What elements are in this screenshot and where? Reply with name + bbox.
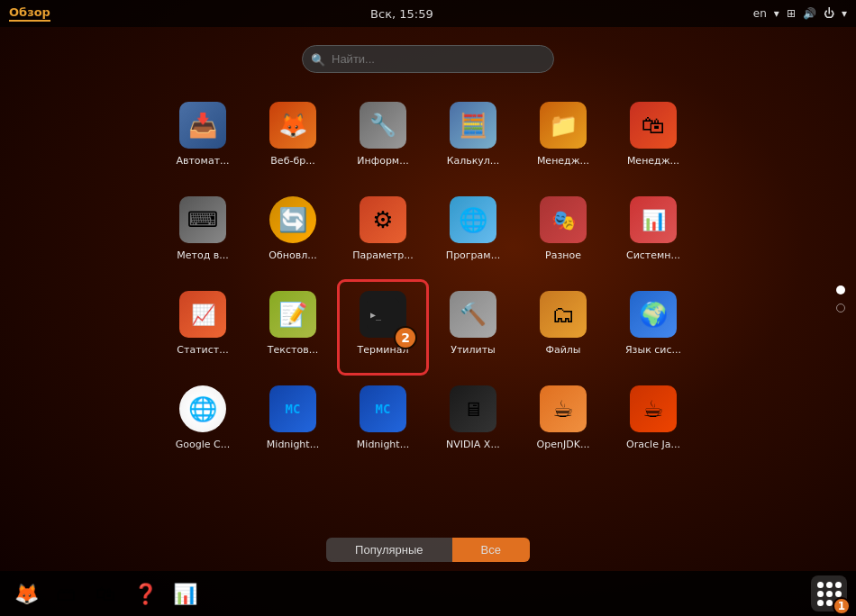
scroll-dot-active bbox=[836, 285, 845, 294]
apps-grid: 📥 Автомат... 🦊 Веб-бр... 🔧 Информ... 🧮 К… bbox=[158, 91, 698, 469]
network-icon[interactable]: ⊞ bbox=[787, 7, 796, 20]
app-icon-oracle: ☕ bbox=[628, 384, 678, 434]
apps-grid-button[interactable]: 1 bbox=[811, 575, 847, 611]
app-item-stat[interactable]: 📈 Статист... bbox=[158, 280, 248, 375]
app-label-misc: Разное bbox=[545, 249, 581, 261]
app-icon-automator: 📥 bbox=[178, 100, 228, 150]
main-area: 🔍 📥 Автомат... 🦊 Веб-бр... 🔧 Информ... 🧮… bbox=[0, 27, 856, 571]
app-label-params: Параметр... bbox=[352, 249, 414, 261]
app-label-program: Програм... bbox=[446, 249, 500, 261]
search-icon: 🔍 bbox=[311, 52, 325, 66]
dropdown-icon: ▾ bbox=[774, 7, 779, 20]
datetime: Вск, 15:59 bbox=[370, 7, 433, 21]
app-icon-text: 📝 bbox=[268, 289, 318, 340]
volume-icon[interactable]: 🔊 bbox=[803, 7, 816, 20]
app-item-automator[interactable]: 📥 Автомат... bbox=[158, 91, 248, 186]
app-item-method[interactable]: ⌨️ Метод в... bbox=[158, 186, 248, 280]
app-item-manager[interactable]: 📁 Менедж... bbox=[518, 91, 608, 186]
app-label-lang: Язык сис... bbox=[625, 344, 681, 356]
app-icon-files: 🗂 bbox=[538, 289, 588, 340]
app-icon-manager: 📁 bbox=[538, 100, 588, 150]
app-icon-program: 🌐 bbox=[448, 195, 498, 245]
power-icon[interactable]: ⏻ bbox=[824, 7, 834, 20]
app-label-update: Обновл... bbox=[269, 249, 316, 261]
taskbar: 🦊 🗃 🛍 ❓ 📊 1 bbox=[0, 571, 856, 616]
app-label-oracle: Oracle Ja... bbox=[626, 439, 680, 450]
taskbar-store[interactable]: 🛍 bbox=[88, 576, 123, 611]
app-icon-manager2: 🛍 bbox=[628, 100, 678, 150]
app-icon-utils: 🔨 bbox=[448, 289, 498, 340]
app-item-inform[interactable]: 🔧 Информ... bbox=[338, 91, 428, 186]
terminal-badge: 2 bbox=[394, 326, 417, 349]
app-item-program[interactable]: 🌐 Програм... bbox=[428, 186, 518, 280]
overview-label[interactable]: Обзор bbox=[9, 5, 50, 22]
app-item-update[interactable]: 🔄 Обновл... bbox=[248, 186, 338, 280]
tab-bar: Популярные Все bbox=[326, 538, 530, 562]
app-label-midnight1: Midnight... bbox=[267, 439, 319, 450]
taskbar-help[interactable]: ❓ bbox=[128, 576, 162, 611]
lang-indicator[interactable]: en bbox=[753, 7, 767, 20]
app-item-text[interactable]: 📝 Текстов... bbox=[248, 280, 338, 375]
app-icon-openjdk: ☕ bbox=[538, 384, 588, 434]
search-bar: 🔍 bbox=[302, 45, 554, 73]
tab-all[interactable]: Все bbox=[452, 538, 530, 562]
app-item-firefox[interactable]: 🦊 Веб-бр... bbox=[248, 91, 338, 186]
app-icon-lang: 🌍 bbox=[628, 289, 678, 340]
app-item-lang[interactable]: 🌍 Язык сис... bbox=[608, 280, 698, 375]
app-icon-method: ⌨️ bbox=[178, 195, 228, 245]
app-item-files[interactable]: 🗂 Файлы bbox=[518, 280, 608, 375]
app-label-openjdk: OpenJDK... bbox=[537, 439, 590, 450]
app-label-stat: Статист... bbox=[177, 344, 228, 356]
app-label-utils: Утилиты bbox=[451, 344, 496, 356]
app-icon-system: 📊 bbox=[628, 195, 678, 245]
topbar: Обзор Вск, 15:59 en ▾ ⊞ 🔊 ⏻ ▾ bbox=[0, 0, 856, 27]
app-label-nvidia: NVIDIA X... bbox=[446, 439, 500, 450]
app-item-midnight1[interactable]: MC Midnight... bbox=[248, 375, 338, 469]
app-icon-chrome: 🌐 bbox=[178, 384, 228, 434]
app-item-system[interactable]: 📊 Системн... bbox=[608, 186, 698, 280]
app-icon-midnight1: MC bbox=[268, 384, 318, 434]
app-item-terminal[interactable]: ▶_ Терминал 2 bbox=[338, 280, 428, 375]
app-label-firefox: Веб-бр... bbox=[270, 155, 314, 167]
app-item-misc[interactable]: 🎭 Разное bbox=[518, 186, 608, 280]
app-label-automator: Автомат... bbox=[176, 155, 229, 167]
app-label-manager: Менедж... bbox=[537, 155, 589, 167]
app-label-method: Метод в... bbox=[177, 249, 228, 261]
app-item-openjdk[interactable]: ☕ OpenJDK... bbox=[518, 375, 608, 469]
taskbar-monitor[interactable]: 📊 bbox=[168, 576, 202, 611]
app-label-calc: Калькул... bbox=[447, 155, 500, 167]
tab-popular[interactable]: Популярные bbox=[326, 538, 451, 562]
app-item-utils[interactable]: 🔨 Утилиты bbox=[428, 280, 518, 375]
app-item-oracle[interactable]: ☕ Oracle Ja... bbox=[608, 375, 698, 469]
power-dropdown-icon: ▾ bbox=[842, 7, 847, 20]
app-icon-update: 🔄 bbox=[268, 195, 318, 245]
app-item-nvidia[interactable]: 🖥 NVIDIA X... bbox=[428, 375, 518, 469]
app-label-files: Файлы bbox=[545, 344, 580, 356]
app-label-manager2: Менедж... bbox=[627, 155, 679, 167]
app-item-calc[interactable]: 🧮 Калькул... bbox=[428, 91, 518, 186]
taskbar-firefox[interactable]: 🦊 bbox=[9, 576, 43, 611]
app-icon-stat: 📈 bbox=[178, 289, 228, 340]
search-input[interactable] bbox=[302, 45, 554, 73]
app-item-manager2[interactable]: 🛍 Менедж... bbox=[608, 91, 698, 186]
taskbar-files[interactable]: 🗃 bbox=[49, 576, 83, 611]
apps-badge: 1 bbox=[833, 597, 851, 615]
app-label-midnight2: Midnight... bbox=[357, 439, 409, 450]
app-icon-midnight2: MC bbox=[358, 384, 408, 434]
scroll-dots bbox=[836, 285, 845, 313]
app-icon-firefox: 🦊 bbox=[268, 100, 318, 150]
app-item-midnight2[interactable]: MC Midnight... bbox=[338, 375, 428, 469]
app-icon-inform: 🔧 bbox=[358, 100, 408, 150]
app-label-system: Системн... bbox=[626, 249, 680, 261]
app-label-text: Текстов... bbox=[268, 344, 318, 356]
app-item-chrome[interactable]: 🌐 Google C... bbox=[158, 375, 248, 469]
app-icon-nvidia: 🖥 bbox=[448, 384, 498, 434]
svg-text:▶_: ▶_ bbox=[370, 310, 382, 321]
scroll-dot-inactive bbox=[836, 303, 845, 313]
app-icon-params: ⚙️ bbox=[358, 195, 408, 245]
app-icon-misc: 🎭 bbox=[538, 195, 588, 245]
app-label-chrome: Google C... bbox=[176, 439, 230, 450]
app-item-params[interactable]: ⚙️ Параметр... bbox=[338, 186, 428, 280]
app-icon-calc: 🧮 bbox=[448, 100, 498, 150]
app-label-inform: Информ... bbox=[357, 155, 408, 167]
